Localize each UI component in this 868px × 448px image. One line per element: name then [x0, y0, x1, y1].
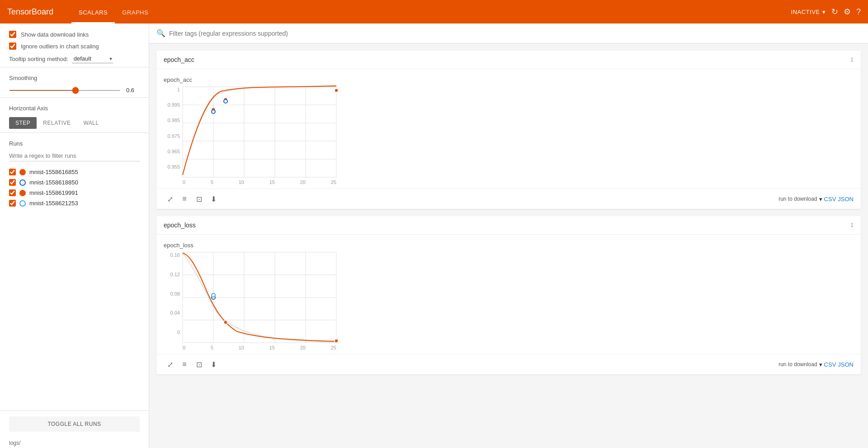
main-content: 🔍 epoch_acc 1 epoch_acc 1 0.995 0.985 0.…: [149, 24, 868, 448]
epoch-acc-chart-title: epoch_acc: [164, 76, 854, 83]
run4-color-dot: [19, 200, 26, 207]
x-label: 10: [239, 179, 244, 185]
refresh-icon[interactable]: ↻: [831, 7, 838, 17]
csv-button[interactable]: CSV: [824, 196, 836, 203]
horizontal-axis-section: Horizontal Axis STEP RELATIVE WALL: [0, 97, 149, 132]
smoothing-slider[interactable]: [9, 90, 121, 91]
x-label: 15: [269, 345, 275, 350]
help-icon[interactable]: ?: [856, 7, 861, 17]
expand-chart-button[interactable]: ⤢: [164, 193, 176, 205]
x-label: 5: [211, 345, 213, 350]
show-download-links-row[interactable]: Show data download links: [9, 31, 140, 38]
chart-toolbar-right: run to download ▾ CSV JSON: [778, 196, 854, 203]
ignore-outliers-checkbox[interactable]: [9, 42, 16, 50]
runs-section: Runs mnist-1558616855 mnist-1558618850 m…: [0, 132, 149, 212]
run3-checkbox[interactable]: [9, 189, 16, 196]
epoch-loss-card: epoch_loss 1 epoch_loss 0.16 0.12 0.08 0…: [156, 216, 861, 374]
y-label: 0.975: [164, 133, 180, 139]
run-item[interactable]: mnist-1558618850: [9, 177, 140, 188]
epoch-acc-count: 1: [850, 57, 854, 63]
runs-filter-input[interactable]: [9, 151, 140, 161]
run2-checkbox[interactable]: [9, 179, 16, 186]
epoch-loss-y-axis: 0.16 0.12 0.08 0.04 0: [164, 252, 183, 344]
image-download-button[interactable]: ⊡: [193, 358, 205, 371]
download-svg-button[interactable]: ⬇: [207, 358, 220, 371]
tooltip-sorting-label: Tooltip sorting method:: [9, 56, 68, 62]
data-table-button[interactable]: ≡: [178, 193, 191, 205]
expand-chart-button[interactable]: ⤢: [164, 358, 176, 371]
axis-buttons: STEP RELATIVE WALL: [9, 117, 140, 129]
json-button[interactable]: JSON: [838, 361, 854, 368]
show-download-links-checkbox[interactable]: [9, 31, 16, 38]
ignore-outliers-row[interactable]: Ignore outliers in chart scaling: [9, 42, 140, 50]
epoch-acc-toolbar: ⤢ ≡ ⊡ ⬇ run to download ▾ CSV JSON: [156, 189, 861, 209]
csv-button[interactable]: CSV: [824, 361, 836, 368]
run1-label: mnist-1558616855: [29, 169, 78, 175]
svg-point-15: [212, 110, 215, 113]
toggle-all-runs-button[interactable]: TOGGLE ALL RUNS: [9, 416, 140, 432]
run2-label: mnist-1558618850: [29, 179, 78, 186]
x-label: 25: [331, 179, 336, 185]
nav-graphs[interactable]: GRAPHS: [115, 9, 156, 24]
run2-color-dot: [19, 179, 26, 186]
axis-step-button[interactable]: STEP: [9, 117, 37, 129]
svg-point-31: [335, 339, 338, 343]
horizontal-axis-title: Horizontal Axis: [9, 105, 140, 112]
epoch-acc-body: epoch_acc 1 0.995 0.985 0.975 0.965 0.95…: [156, 69, 861, 189]
chevron-down-icon: ▾: [819, 361, 822, 368]
status-dropdown[interactable]: INACTIVE ▾: [791, 9, 826, 15]
axis-wall-button[interactable]: WALL: [77, 117, 105, 129]
axis-relative-button[interactable]: RELATIVE: [37, 117, 77, 129]
tooltip-sorting-select[interactable]: default descending ascending nearest: [72, 54, 113, 63]
chart-toolbar-right: run to download ▾ CSV JSON: [778, 361, 854, 368]
x-label: 0: [183, 179, 185, 185]
epoch-loss-plot: [183, 252, 336, 344]
epoch-loss-header: epoch_loss 1: [156, 216, 861, 235]
y-label: 0.12: [164, 272, 180, 277]
y-label: 0.16: [164, 252, 180, 258]
smoothing-value: 0.6: [126, 87, 140, 94]
epoch-loss-x-axis: 0 5 10 15 20 25: [164, 344, 336, 350]
chevron-down-icon: ▾: [819, 196, 822, 203]
options-section: Show data download links Ignore outliers…: [0, 24, 149, 67]
run-to-download-label[interactable]: run to download: [778, 361, 817, 368]
nav-scalars[interactable]: SCALARS: [71, 9, 115, 24]
sidebar-footer: TOGGLE ALL RUNS: [0, 410, 149, 437]
epoch-acc-title: epoch_acc: [164, 56, 194, 63]
y-label: 0.04: [164, 310, 180, 316]
y-label: 0.995: [164, 102, 180, 108]
y-label: 0.965: [164, 149, 180, 154]
x-label: 20: [300, 179, 306, 185]
epoch-acc-plot: [183, 87, 336, 179]
epoch-loss-chart-title: epoch_loss: [164, 242, 854, 249]
x-label: 10: [239, 345, 244, 350]
run-item[interactable]: mnist-1558619991: [9, 188, 140, 198]
settings-icon[interactable]: ⚙: [844, 7, 851, 17]
x-label: 25: [331, 345, 336, 350]
run3-color-dot: [19, 190, 26, 196]
run1-checkbox[interactable]: [9, 169, 16, 175]
run-item[interactable]: mnist-1558621253: [9, 198, 140, 208]
data-table-button[interactable]: ≡: [178, 358, 191, 371]
filter-tags-input[interactable]: [169, 30, 861, 37]
download-svg-button[interactable]: ⬇: [207, 193, 220, 205]
epoch-loss-svg: [183, 252, 336, 343]
run4-checkbox[interactable]: [9, 200, 16, 207]
run3-label: mnist-1558619991: [29, 189, 78, 196]
image-download-button[interactable]: ⊡: [193, 193, 205, 205]
x-label: 20: [300, 345, 306, 350]
epoch-loss-count: 1: [850, 222, 854, 228]
show-download-links-label: Show data download links: [21, 31, 89, 38]
tooltip-row: Tooltip sorting method: default descendi…: [9, 54, 140, 63]
svg-point-29: [212, 293, 215, 297]
run-to-download-label[interactable]: run to download: [778, 196, 817, 202]
run-item[interactable]: mnist-1558616855: [9, 167, 140, 177]
epoch-acc-header: epoch_acc 1: [156, 51, 861, 69]
epoch-loss-chart-area: 0.16 0.12 0.08 0.04 0: [164, 252, 854, 344]
status-label: INACTIVE: [791, 9, 820, 15]
header: TensorBoard SCALARS GRAPHS INACTIVE ▾ ↻ …: [0, 0, 868, 24]
smoothing-title: Smoothing: [9, 75, 140, 81]
epoch-loss-title: epoch_loss: [164, 222, 196, 229]
json-button[interactable]: JSON: [838, 196, 854, 203]
x-label: 0: [183, 345, 185, 350]
